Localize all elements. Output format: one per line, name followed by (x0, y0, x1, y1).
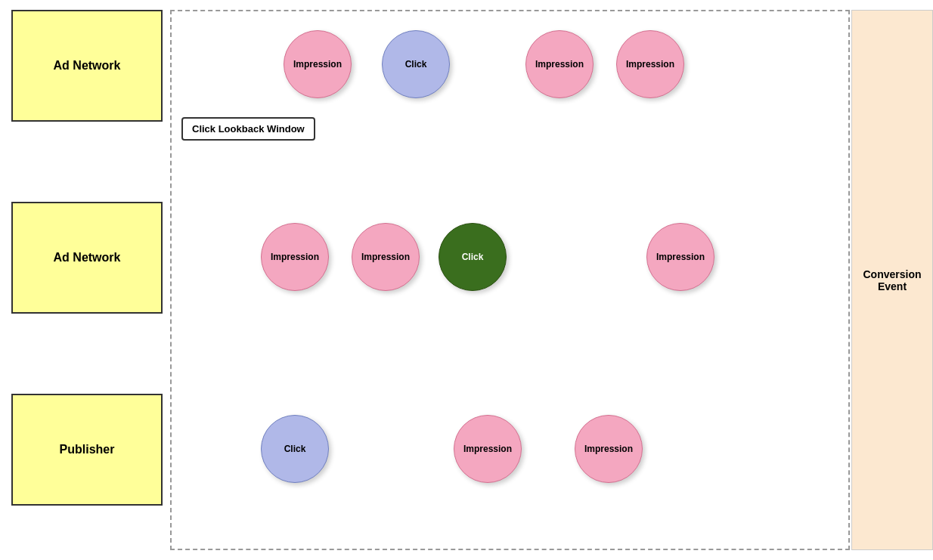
actor-publisher-label: Publisher (60, 443, 115, 456)
actor-ad-network-2: Ad Network (11, 202, 163, 314)
circle-row2-impression4: Impression (646, 223, 714, 291)
circle-row3-click: Click (261, 415, 329, 483)
circle-row1-impression3: Impression (525, 30, 594, 98)
circle-row2-click: Click (439, 223, 507, 291)
actor-ad-network-1: Ad Network (11, 10, 163, 122)
conversion-panel: Conversion Event (851, 10, 933, 550)
circle-row1-impression4: Impression (616, 30, 684, 98)
actor-ad-network-2-label: Ad Network (54, 251, 121, 265)
lookback-label: Click Lookback Window (181, 117, 315, 141)
conversion-panel-label: Conversion Event (852, 268, 932, 292)
circle-row1-impression1: Impression (284, 30, 352, 98)
diagram-container: Ad Network Ad Network Publisher Conversi… (0, 0, 933, 560)
actor-publisher: Publisher (11, 394, 163, 506)
circle-row2-impression2: Impression (352, 223, 420, 291)
circle-row3-impression2: Impression (454, 415, 522, 483)
lookback-text: Click Lookback Window (192, 123, 305, 135)
circle-row3-impression3: Impression (575, 415, 643, 483)
circle-row1-click: Click (382, 30, 450, 98)
circle-row2-impression1: Impression (261, 223, 329, 291)
actor-ad-network-1-label: Ad Network (54, 59, 121, 73)
